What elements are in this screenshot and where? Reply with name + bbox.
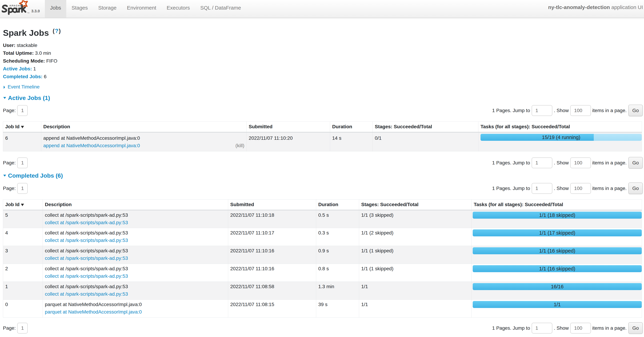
svg-text:APACHE: APACHE: [10, 4, 22, 7]
svg-text:TM: TM: [27, 12, 30, 14]
